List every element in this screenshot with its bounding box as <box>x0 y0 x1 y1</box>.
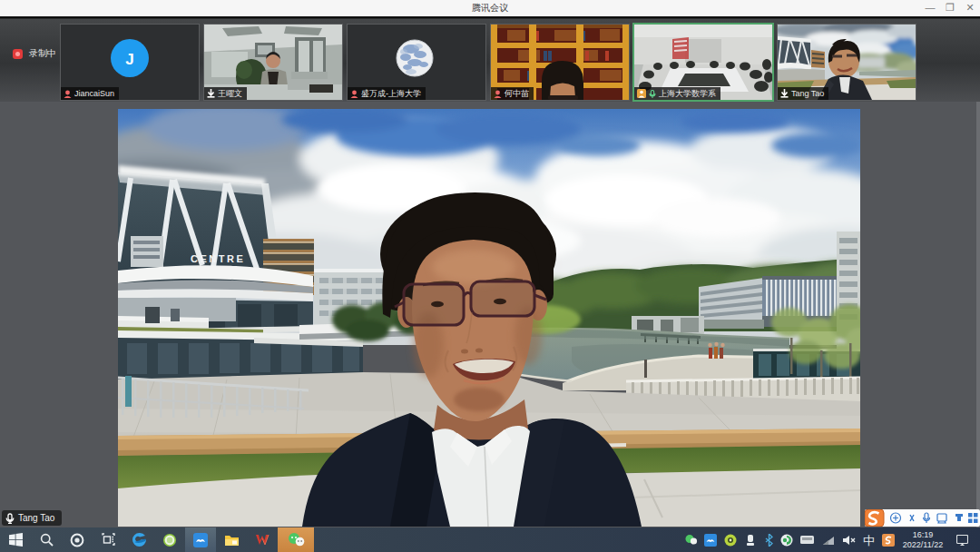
svg-text:J: J <box>125 51 133 68</box>
svg-text:CENTRE: CENTRE <box>191 253 245 264</box>
